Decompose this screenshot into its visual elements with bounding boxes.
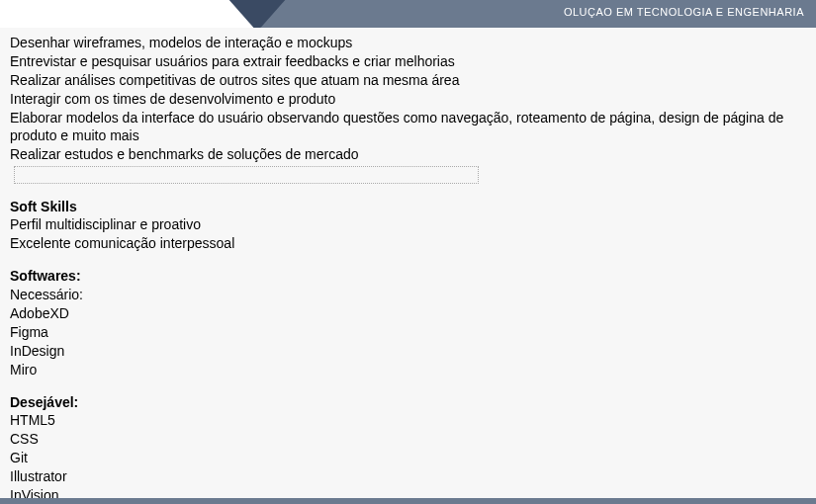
responsibilities-section: Desenhar wireframes, modelos de interaçã… bbox=[10, 34, 806, 184]
software-item: CSS bbox=[10, 430, 806, 449]
softwares-heading: Softwares: bbox=[10, 267, 806, 286]
dotted-placeholder bbox=[14, 166, 479, 184]
responsibility-item: Realizar estudos e benchmarks de soluçõe… bbox=[10, 146, 359, 162]
software-item: Illustrator bbox=[10, 467, 806, 486]
software-item: Figma bbox=[10, 323, 806, 342]
responsibility-item: Realizar análises competitivas de outros… bbox=[10, 71, 806, 90]
soft-skill-item: Perfil multidisciplinar e proativo bbox=[10, 215, 806, 234]
responsibility-item: Desenhar wireframes, modelos de interaçã… bbox=[10, 34, 806, 52]
document-content: Desenhar wireframes, modelos de interaçã… bbox=[0, 28, 816, 504]
softwares-desirable-label: Desejável: bbox=[10, 393, 806, 412]
softwares-section: Softwares: Necessário: AdobeXD Figma InD… bbox=[10, 267, 806, 504]
software-item: HTML5 bbox=[10, 411, 806, 430]
responsibility-item: Interagir com os times de desenvolviment… bbox=[10, 90, 806, 109]
footer-band bbox=[0, 498, 816, 504]
header-triangle bbox=[227, 0, 287, 28]
software-item: Miro bbox=[10, 361, 806, 379]
header-band: OLUÇAO EM TECNOLOGIA E ENGENHARIA bbox=[0, 0, 816, 28]
software-item: Git bbox=[10, 449, 806, 467]
responsibility-item: Elaborar modelos da interface do usuário… bbox=[10, 109, 806, 146]
header-tagline: OLUÇAO EM TECNOLOGIA E ENGENHARIA bbox=[564, 6, 804, 18]
responsibility-item: Entrevistar e pesquisar usuários para ex… bbox=[10, 52, 806, 71]
softwares-required-label: Necessário: bbox=[10, 286, 806, 304]
soft-skills-heading: Soft Skills bbox=[10, 198, 806, 216]
soft-skill-item: Excelente comunicação interpessoal bbox=[10, 234, 806, 253]
soft-skills-section: Soft Skills Perfil multidisciplinar e pr… bbox=[10, 198, 806, 254]
header-notch bbox=[0, 0, 247, 28]
software-item: AdobeXD bbox=[10, 304, 806, 323]
software-item: InDesign bbox=[10, 342, 806, 361]
